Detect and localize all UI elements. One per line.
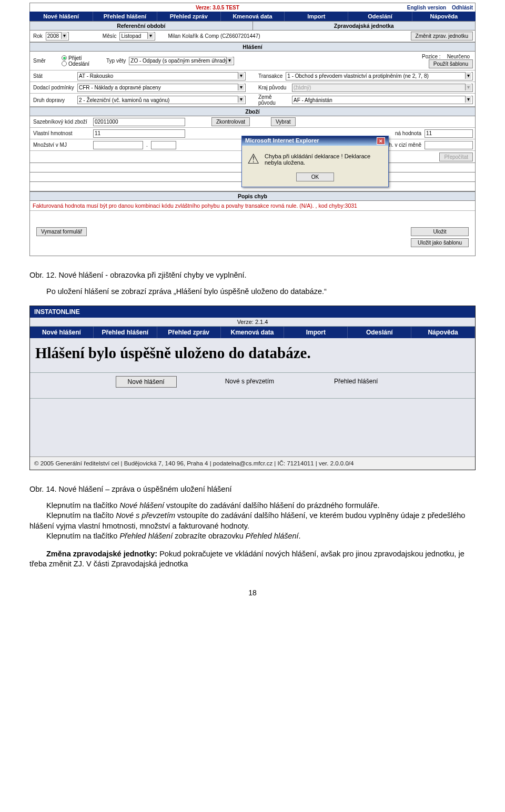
- vh-lbl: Vlastní hmotnost: [30, 130, 93, 136]
- nav-1[interactable]: Přehled hlášení: [93, 12, 157, 21]
- ulozit-sablona-button[interactable]: Uložit jako šablonu: [411, 238, 469, 247]
- app2-footer: © 2005 Generální ředitelství cel | Buděj…: [30, 456, 475, 470]
- pozice-lbl: Pozice :: [419, 54, 444, 59]
- app1: Verze: 3.0.5 TEST English version Odhlás…: [29, 3, 476, 256]
- warning-icon: [247, 151, 259, 167]
- pozice-val: Neurčeno: [444, 54, 473, 59]
- sablona-button[interactable]: Použít šablonu: [429, 59, 473, 68]
- lang-link[interactable]: English version: [407, 5, 446, 11]
- trans-lbl: Transakce: [255, 73, 286, 79]
- fh-input[interactable]: 11: [425, 129, 473, 138]
- sect-chyby: Popis chyb: [30, 192, 475, 200]
- topstrip: Verze: 3.0.5 TEST English version Odhlás…: [29, 3, 476, 12]
- zkontrolovat-button[interactable]: Zkontrolovat: [211, 117, 250, 126]
- page-number: 18: [0, 588, 505, 597]
- nav-5[interactable]: Odeslání: [348, 12, 412, 21]
- zmenit-zj-button[interactable]: Změnit zprav. jednotku: [411, 32, 473, 40]
- dialog-title: Microsoft Internet Explorer: [245, 137, 319, 145]
- mj-input[interactable]: [93, 141, 143, 149]
- saz-lbl: Sazebníkový kód zboží: [30, 119, 93, 125]
- sect-hlaseni: Hlášení: [30, 43, 475, 51]
- logout-link[interactable]: Odhlásit: [452, 5, 473, 11]
- mj-lbl: Množství v MJ: [30, 142, 93, 148]
- dod-select[interactable]: CFR - Náklady a dopravné placeny: [77, 84, 246, 92]
- nav-4[interactable]: Import: [285, 12, 348, 21]
- nav2-6[interactable]: Nápověda: [411, 327, 475, 338]
- sect-zj: Zpravodajská jednotka: [253, 22, 476, 30]
- dialog-msg: Chyba při ukládání deklarace ! Deklarace…: [265, 153, 382, 166]
- app2-brand: INSTATONLINE: [30, 306, 475, 318]
- ie-dialog: Microsoft Internet Explorer × Chyba při …: [241, 136, 389, 187]
- nove-prevzetim-button[interactable]: Nové s převzetím: [214, 376, 286, 388]
- dialog-ok-button[interactable]: OK: [296, 172, 334, 181]
- nav2-2[interactable]: Přehled zpráv: [157, 327, 221, 338]
- p4: Klepnutím na tlačítko Přehled hlášení zo…: [29, 531, 476, 542]
- fhcizi-input[interactable]: [425, 141, 473, 149]
- caption-14: Obr. 14. Nové hlášení – zpráva o úspěšné…: [29, 485, 476, 493]
- sect-ref: Referenční období: [30, 22, 253, 30]
- p3: Klepnutím na tlačíto Nové s převzetím vs…: [29, 511, 476, 531]
- rok-lbl: Rok: [30, 33, 46, 39]
- navbar: Nové hlášení Přehled hlášení Přehled zpr…: [29, 12, 476, 21]
- fh-lbl-frag: ná hodnota: [392, 130, 425, 136]
- saz-input[interactable]: 02011000: [93, 118, 185, 126]
- app2-ver: Verze: 2.1.4: [30, 318, 475, 327]
- dod-lbl: Dodací podmínky: [30, 85, 77, 90]
- nav2-4[interactable]: Import: [284, 327, 348, 338]
- typ-select[interactable]: ZO - Odpady (s opačným směrem úhrady): [129, 57, 234, 65]
- caption-12: Obr. 12. Nové hlášení - obrazovka při zj…: [29, 271, 476, 279]
- vybrat-button[interactable]: Vybrat: [271, 117, 296, 126]
- sect-zbozi: Zboží: [30, 107, 475, 116]
- stat-lbl: Stát: [30, 73, 77, 79]
- zj-value: Milan Kolařík & Comp (CZ6607201447): [165, 33, 263, 39]
- stat-select[interactable]: AT - Rakousko: [77, 72, 246, 80]
- err-text: Fakturovaná hodnota musí být pro danou k…: [30, 201, 475, 210]
- nove-hlaseni-button[interactable]: Nové hlášení: [116, 376, 177, 388]
- mesic-lbl: Měsíc: [99, 33, 120, 39]
- nav2-5[interactable]: Odeslání: [348, 327, 411, 338]
- nav-0[interactable]: Nové hlášení: [29, 12, 93, 21]
- mj-input2[interactable]: [151, 141, 176, 149]
- nav-6[interactable]: Nápověda: [412, 12, 476, 21]
- typ-lbl: Typ věty: [103, 58, 129, 64]
- nav2-1[interactable]: Přehled hlášení: [94, 327, 157, 338]
- nav-2[interactable]: Přehled zpráv: [157, 12, 221, 21]
- mj-dot: .: [143, 142, 151, 148]
- prepocitat-button: Přepočítat: [439, 153, 473, 161]
- kraj-select: (žádný): [292, 84, 473, 92]
- nav2-3[interactable]: Kmenová data: [221, 327, 285, 338]
- para-1: Po uložení hlášení se zobrazí zpráva „Hl…: [29, 287, 476, 297]
- mesic-select[interactable]: Listopad: [119, 32, 155, 40]
- druh-select[interactable]: 2 - Železniční (vč. kamionů na vagónu): [77, 96, 246, 104]
- zeme-lbl: Země původu: [255, 94, 292, 106]
- prehled-hlaseni-button[interactable]: Přehled hlášení: [322, 376, 389, 388]
- vh-input[interactable]: 11: [93, 129, 185, 138]
- trans-select[interactable]: 1 - Obchod s převodem vlastnictví a prot…: [286, 72, 473, 80]
- nav2-0[interactable]: Nové hlášení: [30, 327, 94, 338]
- ulozit-button[interactable]: Uložit: [411, 227, 469, 236]
- top-links: English version Odhlásit: [403, 5, 473, 11]
- nav-3[interactable]: Kmenová data: [221, 12, 285, 21]
- kraj-lbl: Kraj původu: [255, 85, 292, 90]
- smer-lbl: Směr: [30, 58, 62, 64]
- radio-odeslani[interactable]: Odeslání: [62, 61, 89, 67]
- rok-select[interactable]: 2008: [46, 32, 69, 40]
- p2: Klepnutím na tlačítko Nové hlášení vstou…: [29, 501, 476, 511]
- version: Verze: 3.0.5 TEST: [196, 5, 239, 11]
- radio-prijeti[interactable]: Přijetí: [62, 55, 89, 61]
- app2: INSTATONLINE Verze: 2.1.4 Nové hlášení P…: [29, 306, 476, 470]
- vymazat-button[interactable]: Vymazat formulář: [36, 227, 87, 236]
- success-msg: Hlášení bylo úspěšně uloženo do databáze…: [30, 338, 475, 372]
- dialog-close[interactable]: ×: [377, 137, 385, 145]
- zeme-select[interactable]: AF - Afghánistán: [292, 96, 473, 104]
- p5: Změna zpravodajské jednotky: Pokud pokra…: [29, 549, 476, 570]
- druh-lbl: Druh dopravy: [30, 97, 77, 103]
